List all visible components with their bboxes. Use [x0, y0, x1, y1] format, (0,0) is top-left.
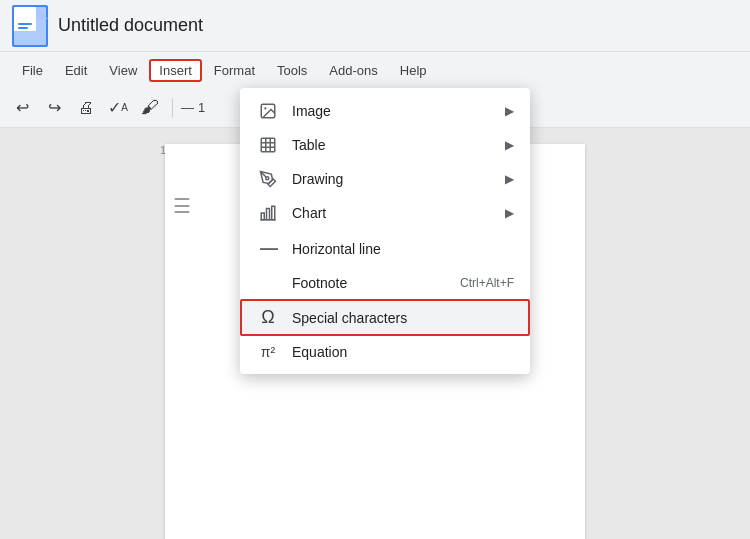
menu-item-table[interactable]: Table ▶: [240, 128, 530, 162]
redo-button[interactable]: ↪: [40, 94, 68, 122]
svg-point-8: [264, 107, 266, 109]
chart-icon: [256, 204, 280, 222]
doc-icon: [12, 5, 48, 47]
equation-icon: π²: [256, 344, 280, 360]
menu-file[interactable]: File: [12, 59, 53, 82]
drawing-arrow: ▶: [505, 172, 514, 186]
svg-rect-17: [272, 206, 275, 220]
spellcheck-button[interactable]: ✓A: [104, 94, 132, 122]
footnote-shortcut: Ctrl+Alt+F: [460, 276, 514, 290]
zoom-control[interactable]: — 1: [181, 100, 205, 115]
menu-addons[interactable]: Add-ons: [319, 59, 387, 82]
menu-tools[interactable]: Tools: [267, 59, 317, 82]
special-chars-icon: Ω: [256, 307, 280, 328]
menu-item-footnote[interactable]: Footnote Ctrl+Alt+F: [240, 267, 530, 299]
insert-dropdown: Image ▶ Table ▶ Drawing ▶ Chart ▶: [240, 88, 530, 374]
menu-item-special-characters[interactable]: Ω Special characters: [240, 299, 530, 336]
svg-rect-6: [18, 27, 28, 29]
menu-edit[interactable]: Edit: [55, 59, 97, 82]
menu-item-chart[interactable]: Chart ▶: [240, 196, 530, 230]
print-button[interactable]: 🖨: [72, 94, 100, 122]
chart-label: Chart: [292, 205, 505, 221]
special-characters-label: Special characters: [292, 310, 514, 326]
svg-rect-16: [267, 209, 270, 220]
equation-label: Equation: [292, 344, 514, 360]
menu-format[interactable]: Format: [204, 59, 265, 82]
svg-point-14: [266, 177, 269, 180]
top-bar: Untitled document: [0, 0, 750, 52]
table-icon: [256, 136, 280, 154]
footnote-label: Footnote: [292, 275, 460, 291]
image-icon: [256, 102, 280, 120]
image-label: Image: [292, 103, 505, 119]
image-arrow: ▶: [505, 104, 514, 118]
hline-icon: —: [256, 238, 280, 259]
menu-item-drawing[interactable]: Drawing ▶: [240, 162, 530, 196]
dropdown-menu: Image ▶ Table ▶ Drawing ▶ Chart ▶: [240, 88, 530, 374]
menu-bar: File Edit View Insert Format Tools Add-o…: [0, 52, 750, 88]
drawing-icon: [256, 170, 280, 188]
menu-item-image[interactable]: Image ▶: [240, 94, 530, 128]
doc-title: Untitled document: [58, 15, 203, 36]
menu-item-hline[interactable]: — Horizontal line: [240, 230, 530, 267]
paint-format-button[interactable]: 🖌: [136, 94, 164, 122]
svg-rect-5: [18, 23, 32, 25]
menu-view[interactable]: View: [99, 59, 147, 82]
toolbar-divider-1: [172, 98, 173, 118]
undo-button[interactable]: ↩: [8, 94, 36, 122]
svg-rect-9: [261, 138, 275, 152]
drawing-label: Drawing: [292, 171, 505, 187]
chart-arrow: ▶: [505, 206, 514, 220]
svg-rect-15: [261, 213, 264, 220]
list-icon: ☰: [173, 194, 191, 218]
hline-label: Horizontal line: [292, 241, 514, 257]
menu-item-equation[interactable]: π² Equation: [240, 336, 530, 368]
table-arrow: ▶: [505, 138, 514, 152]
menu-help[interactable]: Help: [390, 59, 437, 82]
table-label: Table: [292, 137, 505, 153]
menu-insert[interactable]: Insert: [149, 59, 202, 82]
